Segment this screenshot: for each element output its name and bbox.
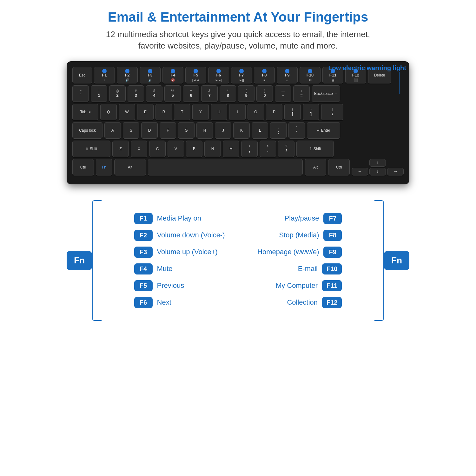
key-3[interactable]: #3 [128, 85, 144, 102]
key-h[interactable]: H [196, 122, 213, 139]
legend-item-f8: F8 Stop (Media) [257, 230, 342, 241]
legend-text-f1: Media Play on [157, 214, 201, 222]
key-b[interactable]: B [186, 141, 202, 157]
key-f2[interactable]: F2🔊 [117, 67, 138, 83]
key-f9[interactable]: F9⌂ [277, 67, 298, 83]
legend-badge-f10: F10 [322, 263, 342, 274]
key-0[interactable]: )0 [256, 85, 273, 102]
key-p[interactable]: P [266, 104, 282, 120]
key-x[interactable]: X [131, 141, 147, 157]
fn-left-group: Fn [67, 200, 102, 321]
key-tab[interactable]: Tab ⇥ [72, 104, 98, 120]
key-i[interactable]: I [229, 104, 246, 120]
key-alt-left[interactable]: Alt [114, 159, 146, 175]
key-backslash[interactable]: |\ [321, 104, 343, 120]
key-t[interactable]: T [174, 104, 190, 120]
key-n[interactable]: N [204, 141, 221, 157]
legend-text-f6: Next [157, 298, 171, 307]
key-ctrl-left[interactable]: Ctrl [72, 159, 94, 175]
key-equals[interactable]: += [293, 85, 310, 102]
key-shift-right[interactable]: ⇧ Shift [296, 141, 334, 157]
key-enter[interactable]: ↵ Enter [307, 122, 340, 139]
key-6[interactable]: ^6 [183, 85, 199, 102]
legend-text-f12: Collection [287, 298, 318, 307]
key-comma[interactable]: <, [241, 141, 258, 157]
key-quote[interactable]: "' [288, 122, 305, 139]
key-q[interactable]: Q [100, 104, 117, 120]
legend-item-f9: F9 Homepage (www/e) [257, 247, 342, 258]
key-e[interactable]: E [137, 104, 154, 120]
legend-badge-f3: F3 [134, 247, 153, 258]
legend-item-f5: F5 Previous [134, 280, 225, 291]
legend-text-f11: My Computer [276, 281, 318, 290]
key-9[interactable]: (9 [238, 85, 255, 102]
key-rbracket[interactable]: }] [303, 104, 319, 120]
page-subtitle: 12 multimedia shortcut keys give you qui… [95, 29, 381, 52]
key-s[interactable]: S [123, 122, 139, 139]
key-w[interactable]: W [119, 104, 135, 120]
legend-text-f4: Mute [157, 265, 173, 273]
key-c[interactable]: C [149, 141, 166, 157]
key-f10[interactable]: F10✉ [300, 67, 321, 83]
legend-col-right: F7 Play/pause F8 Stop (Media) F9 Homepag… [257, 213, 342, 308]
legend-item-f2: F2 Volume down (Voice-) [134, 230, 225, 241]
legend-item-f1: F1 Media Play on [134, 213, 225, 224]
legend-text-f9: Homepage (www/e) [257, 248, 319, 256]
legend-text-f2: Volume down (Voice-) [157, 231, 225, 239]
key-z[interactable]: Z [112, 141, 129, 157]
key-m[interactable]: M [223, 141, 239, 157]
key-f4[interactable]: F4🔇 [162, 67, 183, 83]
key-slash[interactable]: ?/ [278, 141, 294, 157]
key-d[interactable]: D [141, 122, 158, 139]
warning-light-label: Low electric warning light [328, 64, 406, 94]
key-g[interactable]: G [178, 122, 195, 139]
key-r[interactable]: R [155, 104, 172, 120]
legend-item-f12: F12 Collection [257, 297, 342, 308]
fn-right-group: Fn [374, 200, 409, 321]
key-ctrl-right[interactable]: Ctrl [328, 159, 350, 175]
key-v[interactable]: V [168, 141, 184, 157]
key-y[interactable]: Y [192, 104, 209, 120]
key-period[interactable]: >. [260, 141, 276, 157]
key-arrow-up[interactable]: ↑ [369, 159, 386, 167]
key-7[interactable]: &7 [201, 85, 218, 102]
key-space[interactable] [148, 159, 303, 175]
key-semicolon[interactable]: :; [270, 122, 287, 139]
legend-badge-f12: F12 [322, 297, 342, 308]
key-arrow-left[interactable]: ← [352, 168, 368, 175]
key-2[interactable]: @2 [109, 85, 126, 102]
key-arrow-down[interactable]: ↓ [369, 168, 386, 175]
key-arrow-right[interactable]: → [387, 168, 404, 175]
key-o[interactable]: O [248, 104, 264, 120]
key-l[interactable]: L [252, 122, 268, 139]
key-1[interactable]: !1 [91, 85, 107, 102]
key-capslock[interactable]: Caps lock [72, 122, 102, 139]
key-f7[interactable]: F7►|| [231, 67, 252, 83]
key-minus[interactable]: —- [275, 85, 291, 102]
key-8[interactable]: *8 [220, 85, 236, 102]
key-f5[interactable]: F5|◄◄ [185, 67, 206, 83]
key-u[interactable]: U [211, 104, 227, 120]
legend-text-f7: Play/pause [285, 214, 319, 222]
key-alt-right[interactable]: Alt [305, 159, 326, 175]
key-a[interactable]: A [104, 122, 121, 139]
key-f6[interactable]: F6►►| [208, 67, 229, 83]
key-f[interactable]: F [160, 122, 176, 139]
keyboard-wrapper: Low electric warning light Esc F1♪ F2🔊 F… [67, 61, 409, 184]
key-tilde[interactable]: ~` [72, 85, 89, 102]
legend-badge-f5: F5 [134, 280, 153, 291]
shift-key-row: ⇧ Shift Z X C V B N M <, >. ?/ ⇧ Shift [72, 141, 404, 157]
key-f3[interactable]: F3🔉 [140, 67, 161, 83]
key-k[interactable]: K [233, 122, 250, 139]
key-j[interactable]: J [215, 122, 231, 139]
legend-item-f4: F4 Mute [134, 263, 225, 274]
key-4[interactable]: $4 [146, 85, 162, 102]
legend-item-f11: F11 My Computer [257, 280, 342, 291]
key-shift-left[interactable]: ⇧ Shift [72, 141, 110, 157]
key-f8[interactable]: F8■ [254, 67, 275, 83]
key-5[interactable]: %5 [164, 85, 181, 102]
key-lbracket[interactable]: {[ [284, 104, 301, 120]
key-fn[interactable]: Fn [96, 159, 112, 175]
key-f1[interactable]: F1♪ [94, 67, 115, 83]
key-esc[interactable]: Esc [72, 67, 92, 83]
